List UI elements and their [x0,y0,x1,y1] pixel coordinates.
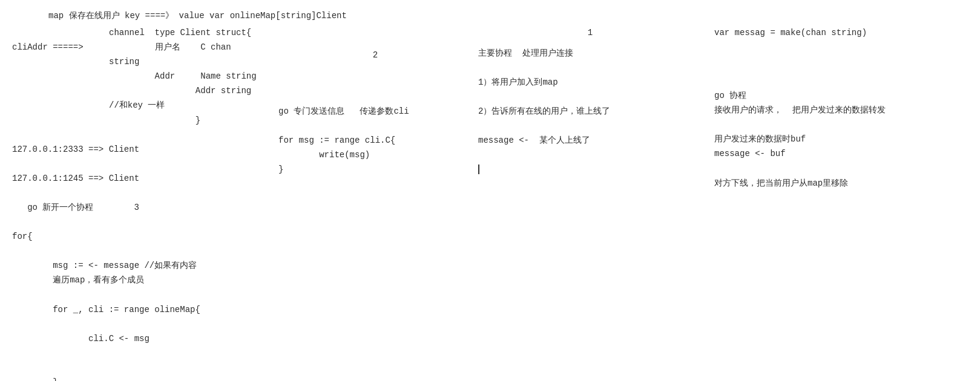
struct-close-brace: } [109,113,266,128]
write-msg: write(msg) [278,148,472,162]
message-buf: message <- buf [714,146,968,161]
message-online: message <- 某个人上线了 [478,133,702,148]
go-send-goroutine: go 专门发送信息 传递参数cli [278,104,472,119]
receive-forward: 接收用户的请求， 把用户发过来的数据转发 [714,103,968,117]
label-2: 2 [373,48,378,62]
go-goroutine-3: go 新开一个协程 3 [12,200,266,215]
struct-line-channel: channel type Client struct{ [109,25,266,40]
text-cursor [478,164,479,174]
struct-line-name: Addr Name string [109,69,266,83]
msg-receive: msg := <- message //如果有内容 [12,258,266,273]
step-2: 2）告诉所有在线的用户，谁上线了 [478,104,702,119]
step-1: 1）将用户加入到map [478,75,702,90]
label-1: 1 [588,28,593,37]
main-goroutine-label: 主要协程 处理用户连接 [478,46,702,60]
offline-remove: 对方下线，把当前用户从map里移除 [714,176,968,190]
column-4: var messag = make(chan string) go 协程 接收用… [702,25,968,190]
buf-comment: 用户发过来的数据时buf [714,132,968,146]
column-3: 1 主要协程 处理用户连接 1）将用户加入到map 2）告诉所有在线的用户，谁上… [472,25,702,177]
struct-line-addr: Addr string //和key 一样 [109,83,266,112]
go-goroutine-right: go 协程 [714,88,968,103]
line-map-header: map 保存在线用户 key ====》 value var onlineMap… [12,8,968,23]
column-2: 2 go 专门发送信息 传递参数cli for msg := range cli… [266,25,472,177]
col2-for-close: } [278,162,472,177]
struct-line-c: 用户名 C chan string [109,40,266,69]
var-messag-make: var messag = make(chan string) [714,25,968,40]
column-1: cliAddr =====> channel type Client struc… [12,25,266,381]
map-entry-1: 127.0.0.1:2333 ==> Client [12,142,266,157]
for-open: for{ [12,229,266,244]
page-container: map 保存在线用户 key ====》 value var onlineMap… [0,0,980,381]
cli-addr-label: cliAddr =====> [12,40,109,54]
cursor-line [478,162,702,177]
range-map-comment: 遍历map，看有多个成员 [12,273,266,287]
for-range-olinemap: for _, cli := range olineMap{ [12,302,266,317]
cli-c-send: cli.C <- msg [12,331,266,346]
for-msg-range: for msg := range cli.C{ [278,133,472,148]
map-entry-2: 127.0.0.1:1245 ==> Client [12,171,266,186]
inner-for-close: } [12,375,266,381]
